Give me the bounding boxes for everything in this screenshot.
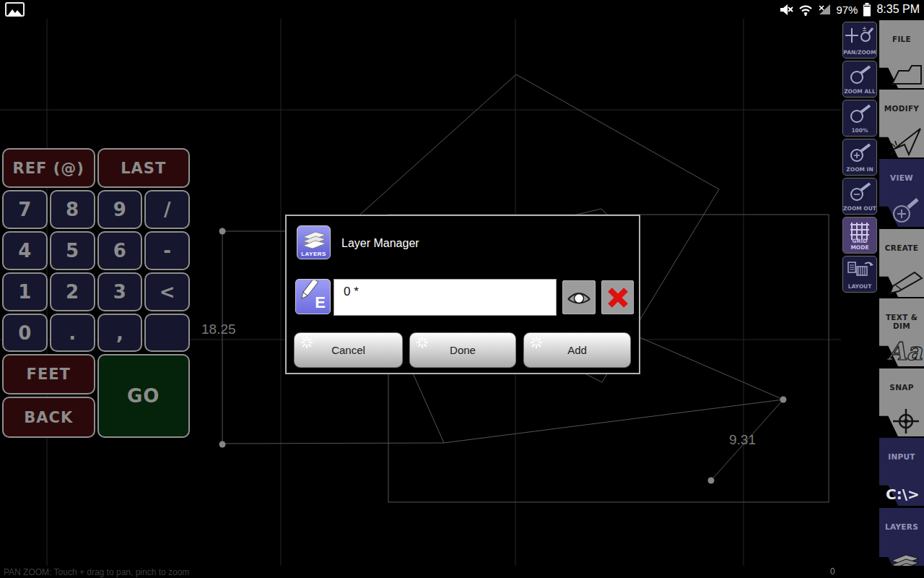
zoom-all-button[interactable]: ZOOM ALL (842, 61, 877, 98)
battery-icon (863, 3, 871, 17)
edit-layer-icon[interactable]: E (295, 279, 331, 314)
key-go[interactable]: GO (97, 354, 191, 438)
key-comma[interactable]: , (97, 314, 143, 352)
status-bar: 97% 8:35 PM (0, 0, 924, 19)
add-label: Add (567, 344, 587, 356)
layer-visibility-button[interactable] (562, 280, 596, 314)
key-feet[interactable]: FEET (2, 354, 95, 394)
layer-delete-button[interactable] (601, 280, 634, 314)
key-4[interactable]: 4 (2, 231, 48, 270)
snap-target-icon (889, 407, 923, 435)
zoom-out-button[interactable]: ZOOM OUT (842, 178, 877, 215)
key-period[interactable]: . (50, 314, 95, 352)
battery-percent: 97% (836, 4, 858, 16)
layer-manager-dialog: LAYERS Layer Manager E 0 * (285, 215, 640, 374)
key-8[interactable]: 8 (50, 190, 95, 229)
no-signal-icon (818, 4, 831, 15)
toolbar-button-modify[interactable]: MODIFY (879, 90, 924, 158)
done-label: Done (450, 344, 476, 356)
cancel-label: Cancel (331, 344, 365, 356)
add-button[interactable]: Add (523, 332, 631, 368)
dimension-label: 9.31 (729, 432, 756, 448)
key-last[interactable]: LAST (97, 148, 191, 188)
magnifier-icon (847, 103, 873, 126)
layout-page-icon (846, 259, 873, 282)
key-9[interactable]: 9 (97, 190, 143, 229)
cancel-button[interactable]: Cancel (294, 332, 403, 368)
wifi-icon (798, 4, 813, 16)
burst-icon (300, 336, 313, 349)
toolbar-button-text-dim[interactable]: TEXT & DIM Aa (879, 298, 924, 366)
zoom-in-button[interactable]: ZOOM IN (842, 139, 877, 176)
toolbar-button-file[interactable]: FILE (879, 20, 924, 88)
svg-text:±: ± (863, 25, 866, 33)
key-back[interactable]: BACK (2, 397, 95, 438)
grid-mode-button[interactable]: GRID MODE (842, 217, 877, 254)
layer-name-field[interactable]: 0 * (334, 279, 557, 316)
burst-icon (530, 336, 543, 349)
numeric-keypad: REF (@) LAST 7 8 9 / 4 5 6 - 1 2 3 < 0 .… (2, 148, 190, 438)
key-0[interactable]: 0 (2, 314, 48, 352)
svg-text:C:\>: C:\> (886, 486, 920, 503)
screenshot-icon (5, 2, 25, 17)
layout-button[interactable]: LAYOUT (842, 256, 877, 293)
key-divide[interactable]: / (144, 190, 190, 229)
magnifier-icon (847, 64, 873, 87)
key-3[interactable]: 3 (97, 272, 143, 311)
burst-icon (416, 336, 429, 349)
modify-arrow-icon (887, 127, 923, 156)
toolbar-button-snap[interactable]: SNAP (879, 368, 924, 436)
edit-icon-letter: E (315, 293, 326, 312)
toolbar-button-input[interactable]: INPUT C:\> (879, 438, 924, 506)
folder-icon (890, 62, 923, 87)
magnifier-plus-icon (847, 142, 873, 165)
svg-text:Aa: Aa (886, 337, 923, 365)
key-blank[interactable] (144, 314, 190, 352)
layers-app-icon: LAYERS (297, 225, 331, 259)
text-aa-icon: Aa (884, 336, 923, 365)
pencil-icon (886, 269, 923, 296)
key-2[interactable]: 2 (50, 272, 95, 311)
pan-zoom-button[interactable]: ± PAN/ZOOM (842, 22, 877, 59)
app-root: 18.25 9.31 97% (0, 0, 924, 578)
magnifier-minus-icon (847, 181, 873, 204)
done-button[interactable]: Done (409, 332, 516, 368)
mute-icon (780, 4, 793, 16)
dialog-title: Layer Manager (341, 237, 419, 250)
eye-icon (567, 290, 591, 306)
layers-icon-caption: LAYERS (297, 251, 330, 257)
command-prompt-icon: C:\> (883, 483, 923, 504)
key-less-than[interactable]: < (144, 272, 190, 311)
dimension-label: 18.25 (201, 322, 236, 337)
key-5[interactable]: 5 (50, 231, 95, 270)
magnifier-plus-icon (889, 194, 923, 225)
selection-counter: 0 (830, 566, 835, 577)
toolbar-button-create[interactable]: CREATE (879, 229, 924, 297)
key-ref[interactable]: REF (@) (2, 148, 95, 188)
key-7[interactable]: 7 (2, 190, 48, 229)
key-1[interactable]: 1 (2, 272, 48, 311)
zoom-100-button[interactable]: 100% (842, 100, 877, 137)
clock: 8:35 PM (876, 3, 920, 16)
key-minus[interactable]: - (144, 231, 190, 270)
bottom-status-bar: PAN ZOOM: Touch + drag to pan, pinch to … (0, 566, 924, 578)
mode-hint: PAN ZOOM: Touch + drag to pan, pinch to … (4, 567, 189, 577)
pan-zoom-icon: ± (845, 25, 874, 48)
key-6[interactable]: 6 (97, 231, 143, 270)
delete-x-icon (606, 286, 629, 309)
toolbar-button-view[interactable]: VIEW (879, 159, 924, 227)
